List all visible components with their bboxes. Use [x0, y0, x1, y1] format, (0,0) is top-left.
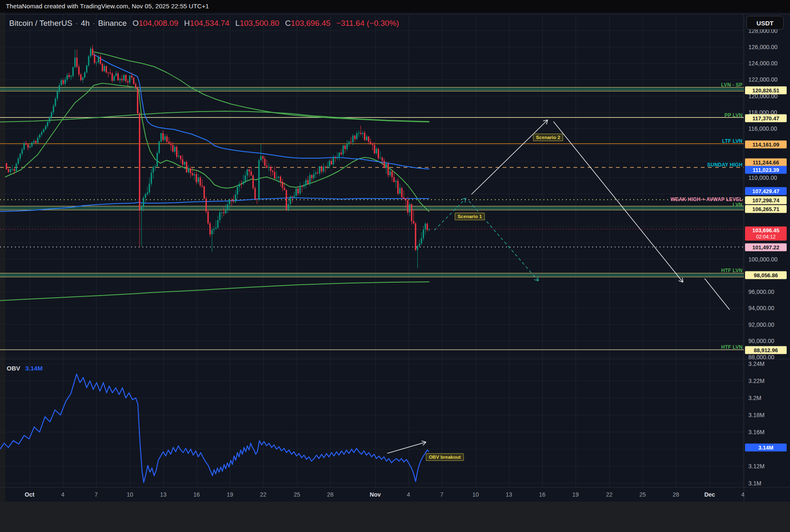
candle-body	[384, 161, 385, 168]
price-axis-tick[interactable]: 126,000.00	[748, 44, 778, 50]
price-axis-label: 111,244.66	[745, 159, 787, 167]
candle-body	[368, 137, 369, 142]
time-axis-tick[interactable]: 19	[572, 491, 579, 498]
candle-body	[223, 212, 224, 213]
time-axis-tick[interactable]: 13	[160, 491, 167, 498]
currency-toggle-button[interactable]: USDT	[746, 16, 784, 30]
candle-body	[209, 223, 211, 234]
candle-body	[380, 158, 381, 158]
obv-axis-tick[interactable]: 3.2M	[748, 395, 761, 401]
candle-body	[264, 159, 265, 166]
obv-axis-tick[interactable]: 3.18M	[748, 412, 765, 418]
candle-body	[45, 126, 46, 129]
candle-body	[231, 200, 232, 201]
obv-axis-tick[interactable]: 3.12M	[748, 463, 765, 470]
candle-body	[76, 57, 77, 67]
candle-body	[10, 169, 11, 172]
obv-axis-tick[interactable]: 3.22M	[748, 378, 765, 384]
obv-title: OBV	[7, 365, 20, 372]
annotation-label[interactable]: Scenario 1	[455, 213, 485, 220]
price-axis-tick[interactable]: 124,000.00	[748, 60, 778, 67]
price-axis-tick[interactable]: 96,000.00	[748, 288, 774, 295]
time-axis-tick[interactable]: 19	[227, 491, 233, 498]
time-axis-tick[interactable]: 16	[539, 491, 546, 498]
time-axis-tick[interactable]: Oct	[25, 491, 34, 498]
time-axis-tick[interactable]: 16	[193, 491, 200, 498]
candle-body	[27, 144, 29, 148]
candle-body	[346, 144, 348, 149]
time-axis-tick[interactable]: Nov	[370, 491, 381, 498]
price-axis-tick[interactable]: 100,000.00	[748, 256, 778, 263]
price-axis-tick[interactable]: 90,000.00	[748, 338, 774, 344]
obv-legend[interactable]: OBV 3.14M	[7, 365, 42, 372]
candle-body	[292, 196, 293, 197]
time-axis-tick[interactable]: 10	[472, 491, 479, 498]
candle-body	[429, 229, 430, 230]
symbol-legend[interactable]: Bitcoin / TetherUS·4h·BinanceO104,008.09…	[9, 19, 399, 28]
candle-body	[164, 137, 166, 140]
projection-arrow-white-head	[421, 441, 426, 442]
time-axis-tick[interactable]: 22	[260, 491, 267, 498]
time-axis-tick[interactable]: 28	[673, 491, 679, 498]
candle-body	[348, 142, 349, 144]
candle-body	[35, 141, 36, 143]
level-name-label: HTF LVN	[721, 344, 743, 350]
projection-arrow-white	[471, 120, 548, 194]
price-axis-tick[interactable]: 110,000.00	[748, 174, 777, 181]
candle-body	[57, 92, 58, 99]
candle-body	[262, 156, 264, 159]
candle-body	[55, 99, 56, 106]
level-name-label: LVN	[733, 202, 743, 208]
candle-body	[289, 196, 291, 204]
candle-body	[280, 177, 281, 181]
price-axis-tick[interactable]: 122,000.00	[748, 76, 778, 83]
time-axis-tick[interactable]: 7	[95, 491, 98, 498]
candle-body	[82, 77, 83, 80]
price-axis-label: 107,429.47	[745, 187, 787, 195]
candle-body	[110, 73, 111, 74]
candle-body	[341, 152, 342, 154]
candle-body	[329, 161, 330, 166]
time-axis-tick[interactable]: 7	[440, 491, 444, 498]
price-axis-tick[interactable]: 94,000.00	[748, 305, 774, 311]
candle-body	[386, 164, 387, 168]
time-axis-tick[interactable]: 25	[294, 491, 300, 498]
candle-body	[137, 88, 138, 113]
time-axis-tick[interactable]: 28	[327, 491, 334, 498]
price-axis-tick[interactable]: 88,000.00	[748, 354, 774, 360]
annotation-label[interactable]: Scenario 2	[533, 134, 563, 141]
time-axis-tick[interactable]: 4	[741, 491, 745, 498]
level-name-label: LVN - SP	[721, 82, 743, 88]
time-axis-tick[interactable]: 4	[407, 491, 410, 498]
candle-body	[244, 176, 246, 182]
candle-body	[139, 113, 140, 210]
time-axis-tick[interactable]: 4	[61, 491, 65, 498]
time-axis-tick[interactable]: Dec	[704, 491, 715, 498]
candle-body	[86, 65, 87, 72]
price-axis-tick[interactable]: 92,000.00	[748, 321, 774, 328]
candle-body	[215, 228, 217, 229]
candle-body	[288, 204, 289, 209]
time-axis-tick[interactable]: 22	[606, 491, 613, 498]
candle-body	[151, 173, 152, 184]
time-axis-tick[interactable]: 25	[639, 491, 646, 498]
candle-body	[125, 75, 127, 81]
candle-body	[247, 169, 248, 176]
candle-body	[297, 189, 299, 194]
candle-body	[23, 143, 25, 149]
candle-body	[409, 204, 410, 213]
chart-plot[interactable]	[0, 0, 790, 532]
annotation-label[interactable]: OBV breakout	[426, 453, 464, 461]
exchange-label: Binance	[98, 19, 127, 27]
obv-axis-tick[interactable]: 3.1M	[748, 480, 761, 487]
price-axis-label: 88,912.96	[745, 346, 787, 354]
candle-body	[160, 133, 162, 142]
obv-axis-tick[interactable]: 3.24M	[748, 360, 765, 367]
candle-body	[225, 210, 226, 213]
price-axis-tick[interactable]: 116,000.00	[748, 125, 777, 132]
obv-axis-tick[interactable]: 3.16M	[748, 429, 765, 435]
candle-body	[145, 194, 146, 198]
time-axis-tick[interactable]: 10	[127, 491, 133, 498]
time-axis-tick[interactable]: 13	[506, 491, 512, 498]
countdown-timer: 02:04:12	[745, 234, 787, 240]
